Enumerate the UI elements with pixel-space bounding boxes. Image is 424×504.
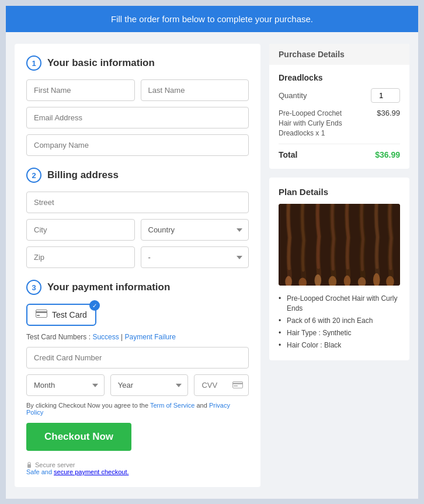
price-value: $36.99	[377, 109, 400, 117]
svg-rect-6	[27, 464, 31, 468]
country-col: Country	[141, 219, 249, 241]
plan-bullet-0: Pre-Looped Crochet Hair with Curly Ends	[279, 293, 400, 315]
main-content: 1 Your basic information	[6, 32, 418, 499]
agree-text: By clicking Checkout Now you agree to th…	[26, 402, 249, 416]
purchase-details-box: Purchase Details Dreadlocks Quantity Pre…	[269, 44, 409, 169]
right-panel: Purchase Details Dreadlocks Quantity Pre…	[269, 44, 409, 360]
email-col	[26, 107, 249, 128]
card-option[interactable]: Test Card ✓	[26, 304, 96, 326]
month-col: Month	[26, 374, 105, 396]
and-text: and	[196, 402, 208, 409]
tos-link[interactable]: Term of Service	[150, 402, 194, 409]
state-col: -	[141, 246, 249, 268]
product-name: Dreadlocks	[279, 73, 400, 82]
test-card-info: Test Card Numbers : Success | Payment Fa…	[26, 333, 249, 341]
year-col: Year	[110, 374, 189, 396]
plan-details-box: Plan Details	[269, 178, 409, 360]
success-link[interactable]: Success	[92, 333, 119, 341]
cc-number-col	[26, 347, 249, 369]
secure-label: Secure server	[35, 461, 75, 468]
section3: 3 Your payment information Test Card ✓	[26, 280, 249, 396]
street-row	[26, 192, 249, 213]
section1-header: 1 Your basic information	[26, 55, 249, 71]
safe-text: Safe and	[26, 468, 54, 475]
zip-input[interactable]	[26, 246, 135, 268]
section2-number: 2	[26, 168, 41, 183]
street-col	[26, 192, 249, 213]
plan-bullet-2: Hair Type : Synthetic	[279, 327, 400, 339]
zip-state-row: -	[26, 246, 249, 268]
plan-bullet-1: Pack of 6 with 20 inch Each	[279, 315, 400, 327]
section2-header: 2 Billing address	[26, 168, 249, 183]
quantity-label: Quantity	[279, 91, 307, 100]
plan-bullets: Pre-Looped Crochet Hair with Curly EndsP…	[279, 293, 400, 351]
card-label: Test Card	[52, 310, 87, 319]
section3-title: Your payment information	[47, 281, 170, 293]
total-row: Total $36.99	[279, 150, 400, 159]
section1-number: 1	[26, 55, 41, 71]
city-country-row: Country	[26, 219, 249, 241]
cvv-col	[194, 374, 249, 396]
price-label: Pre-Looped Crochet Hair with Curly Ends …	[279, 109, 355, 138]
checkout-button[interactable]: Checkout Now	[26, 423, 131, 451]
last-name-col	[141, 79, 249, 101]
last-name-input[interactable]	[141, 79, 249, 101]
section1-title: Your basic information	[47, 57, 155, 69]
company-col	[26, 134, 249, 156]
section2-title: Billing address	[47, 169, 119, 181]
svg-rect-16	[279, 204, 400, 286]
order-form: 1 Your basic information	[15, 44, 260, 487]
zip-col	[26, 246, 135, 268]
quantity-row: Quantity	[279, 88, 400, 103]
company-input[interactable]	[26, 134, 249, 156]
cc-number-row	[26, 347, 249, 369]
section3-header: 3 Your payment information	[26, 280, 249, 295]
lock-icon	[26, 461, 32, 468]
secure-section: Secure server Safe and secure payment ch…	[26, 461, 249, 475]
street-input[interactable]	[26, 192, 249, 213]
credit-card-icon	[36, 310, 47, 320]
month-year-cvv-row: Month Year	[26, 374, 249, 396]
name-row	[26, 79, 249, 101]
first-name-input[interactable]	[26, 79, 135, 101]
svg-rect-4	[232, 383, 243, 384]
svg-rect-1	[36, 311, 47, 313]
banner-text: Fill the order form below to complete yo…	[111, 14, 313, 24]
city-input[interactable]	[26, 219, 135, 241]
total-label: Total	[279, 150, 297, 159]
secure-checkout-link[interactable]: secure payment checkout.	[54, 468, 128, 475]
plan-details-title: Plan Details	[279, 187, 400, 197]
svg-rect-2	[37, 315, 40, 316]
top-banner: Fill the order form below to complete yo…	[6, 6, 418, 32]
total-value: $36.99	[375, 150, 400, 159]
test-card-label: Test Card Numbers :	[26, 333, 92, 341]
year-select[interactable]: Year	[110, 374, 189, 396]
month-select[interactable]: Month	[26, 374, 105, 396]
email-row	[26, 107, 249, 128]
svg-rect-3	[233, 381, 243, 388]
payment-failure-link[interactable]: Payment Failure	[125, 333, 176, 341]
first-name-col	[26, 79, 135, 101]
city-col	[26, 219, 135, 241]
section2: 2 Billing address Country	[26, 168, 249, 268]
state-select[interactable]: -	[141, 246, 249, 268]
cc-number-input[interactable]	[26, 347, 249, 369]
secure-line2: Safe and secure payment checkout.	[26, 468, 249, 475]
svg-rect-0	[36, 310, 47, 318]
secure-server-text: Secure server	[26, 461, 249, 468]
email-input[interactable]	[26, 107, 249, 128]
agree-prefix: By clicking Checkout Now you agree to th…	[26, 402, 150, 409]
card-selected-badge: ✓	[89, 300, 100, 311]
section3-number: 3	[26, 280, 41, 295]
product-image	[279, 204, 400, 286]
plan-bullet-3: Hair Color : Black	[279, 339, 400, 352]
page-wrapper: Fill the order form below to complete yo…	[6, 6, 418, 499]
svg-rect-5	[234, 385, 238, 387]
country-select[interactable]: Country	[141, 219, 249, 241]
purchase-details-title: Purchase Details	[269, 44, 409, 65]
price-row: Pre-Looped Crochet Hair with Curly Ends …	[279, 109, 400, 144]
quantity-input[interactable]	[371, 88, 400, 103]
cvv-card-icon	[232, 381, 243, 390]
company-row	[26, 134, 249, 156]
